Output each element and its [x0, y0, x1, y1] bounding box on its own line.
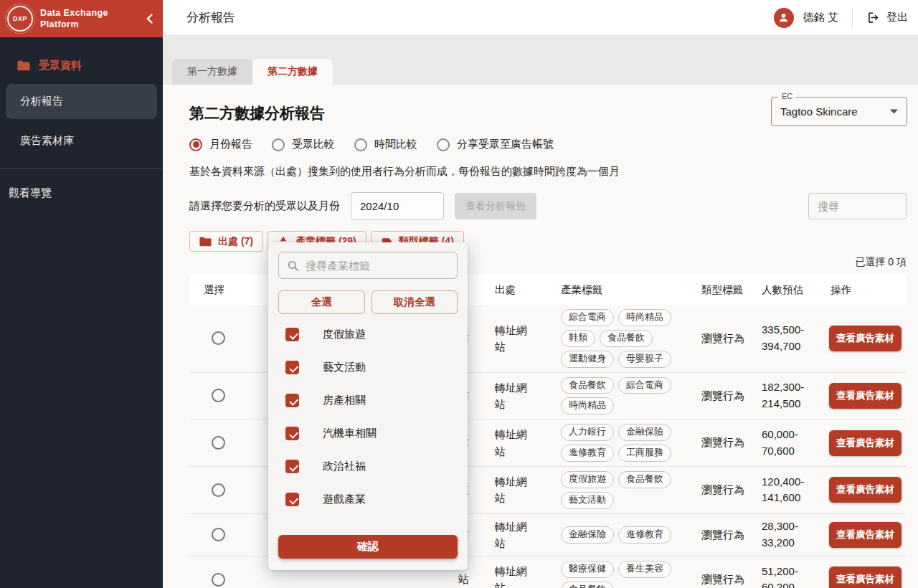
checkbox-icon[interactable]	[285, 493, 299, 506]
row-select-radio[interactable]	[212, 331, 225, 345]
tag-option[interactable]: 政治社福	[285, 460, 458, 473]
industry-tag-pill: 鞋類	[561, 330, 595, 347]
source-cell: 轉址網站	[483, 473, 549, 507]
type-tag-cell: 瀏覽行為	[690, 388, 750, 404]
radio-audience-compare[interactable]: 受眾比較	[272, 138, 335, 151]
confirm-button[interactable]: 確認	[278, 535, 458, 559]
sidebar-section-label: 受眾資料	[39, 59, 82, 72]
logo-line2: Platform	[40, 19, 108, 30]
industry-tags-cell: 金融保險進修教育	[549, 526, 690, 544]
logout-button[interactable]: 登出	[866, 11, 908, 24]
radio-share-audience[interactable]: 分享受眾至廣告帳號	[437, 138, 554, 151]
row-select-radio[interactable]	[212, 389, 225, 402]
checkbox-icon[interactable]	[285, 427, 299, 440]
column-source: 出處	[483, 283, 549, 297]
view-analysis-report-button[interactable]: 查看分析報告	[455, 193, 536, 219]
tag-option[interactable]: 房產相關	[285, 394, 458, 407]
tag-option[interactable]: 汽機車相關	[285, 427, 458, 440]
type-tag-cell: 瀏覽行為	[690, 572, 750, 588]
logo-text: Data Exchange Platform	[40, 7, 108, 31]
user-avatar[interactable]	[774, 8, 794, 28]
view-ad-creative-button[interactable]: 查看廣告素材	[829, 430, 902, 456]
sidebar-item-ad-creative-library[interactable]: 廣告素材庫	[0, 123, 163, 158]
column-estimate: 人數預估	[750, 283, 819, 297]
radio-icon	[272, 138, 285, 151]
tag-option-label: 政治社福	[323, 460, 366, 473]
person-icon	[777, 11, 790, 24]
type-tag-cell: 瀏覽行為	[690, 435, 750, 451]
tab-first-party-data[interactable]: 第一方數據	[172, 59, 252, 85]
tag-option-label: 藝文活動	[323, 361, 366, 374]
sidebar-collapse-icon[interactable]	[146, 14, 153, 24]
folder-icon	[199, 237, 212, 247]
checkbox-icon[interactable]	[285, 460, 299, 473]
industry-tag-pill: 藝文活動	[561, 492, 614, 509]
deselect-all-button[interactable]: 取消全選	[372, 290, 458, 314]
row-select-radio[interactable]	[212, 483, 225, 497]
source-cell: 轉址網站	[483, 518, 549, 552]
row-select-radio[interactable]	[212, 436, 225, 450]
ec-select-label: EC	[778, 92, 796, 100]
view-ad-creative-button[interactable]: 查看廣告素材	[829, 326, 902, 351]
tag-search-box[interactable]	[278, 252, 458, 279]
radio-icon	[189, 138, 202, 151]
search-icon	[287, 260, 299, 272]
month-picker-row: 請選擇您要分析的受眾以及月份 查看分析報告	[189, 192, 907, 220]
radio-time-compare[interactable]: 時間比較	[354, 138, 417, 151]
tag-option[interactable]: 藝文活動	[285, 361, 458, 374]
view-ad-creative-button[interactable]: 查看廣告素材	[829, 477, 902, 503]
tab-second-party-data[interactable]: 第二方數據	[252, 59, 333, 85]
row-select-radio[interactable]	[212, 528, 225, 541]
page-title: 分析報告	[186, 9, 235, 26]
sidebar-item-view-tour[interactable]: 觀看導覽	[0, 176, 163, 210]
checkbox-icon[interactable]	[285, 361, 299, 374]
industry-tag-pill: 金融保險	[561, 526, 614, 544]
tag-option-label: 汽機車相關	[323, 427, 377, 440]
sidebar-header: DXP Data Exchange Platform	[0, 0, 163, 37]
search-input[interactable]	[808, 193, 907, 219]
column-action: 操作	[819, 283, 907, 297]
tag-option[interactable]: 度假旅遊	[285, 328, 458, 341]
tag-search-input[interactable]	[306, 260, 449, 272]
month-input[interactable]	[351, 192, 444, 220]
industry-tag-pill: 食品餐飲	[561, 377, 614, 394]
sidebar-item-analysis-report[interactable]: 分析報告	[6, 84, 157, 119]
tag-option-list: 度假旅遊藝文活動房產相關汽機車相關政治社福遊戲產業	[278, 328, 458, 506]
view-ad-creative-button[interactable]: 查看廣告素材	[829, 522, 902, 548]
type-tag-cell: 瀏覽行為	[690, 482, 750, 498]
sidebar-divider	[0, 169, 163, 169]
estimate-cell: 60,000-70,600	[750, 427, 819, 459]
industry-tag-pill: 度假旅遊	[561, 471, 614, 488]
view-ad-creative-button[interactable]: 查看廣告素材	[829, 383, 902, 409]
row-select-radio[interactable]	[212, 573, 225, 587]
industry-tag-pill: 金融保險	[618, 424, 671, 441]
industry-tag-pill: 進修教育	[618, 526, 671, 544]
sidebar-section-audience-data[interactable]: 受眾資料	[0, 52, 163, 84]
topbar-right: 德銘 艾 登出	[774, 8, 908, 28]
app-root: DXP Data Exchange Platform 受眾資料 分析報告 廣告素…	[0, 0, 918, 588]
ec-select[interactable]: EC Tagtoo Skincare	[771, 97, 907, 126]
dxp-logo: DXP	[7, 6, 33, 32]
filter-source-button[interactable]: 出處 (7)	[189, 231, 263, 252]
industry-tag-pill: 時尚精品	[561, 397, 614, 414]
industry-tags-cell: 醫療保健養生美容食品餐飲	[549, 561, 690, 588]
checkbox-icon[interactable]	[285, 328, 299, 341]
radio-label: 時間比較	[374, 138, 417, 151]
logo-badge-text: DXP	[13, 15, 27, 22]
industry-tag-pill: 食品餐飲	[618, 471, 671, 488]
tag-option-label: 度假旅遊	[323, 328, 366, 341]
industry-tags-cell: 人力銀行金融保險進修教育工商服務	[549, 424, 690, 462]
industry-tag-pill: 醫療保健	[561, 561, 614, 578]
tag-option[interactable]: 遊戲產業	[285, 493, 458, 506]
report-type-radios: 月份報告 受眾比較 時間比較 分享受眾至廣告帳號	[189, 138, 907, 151]
select-all-button[interactable]: 全選	[278, 290, 365, 314]
tag-option-label: 房產相關	[323, 394, 366, 407]
source-cell: 轉址網站	[483, 426, 549, 460]
tab-bar: 第一方數據 第二方數據	[172, 59, 918, 85]
industry-tag-pill: 時尚精品	[618, 309, 671, 326]
column-industry-tags: 產業標籤	[549, 283, 690, 297]
checkbox-icon[interactable]	[285, 394, 299, 407]
radio-label: 受眾比較	[292, 138, 335, 151]
view-ad-creative-button[interactable]: 查看廣告素材	[829, 566, 902, 588]
radio-monthly-report[interactable]: 月份報告	[189, 138, 252, 151]
